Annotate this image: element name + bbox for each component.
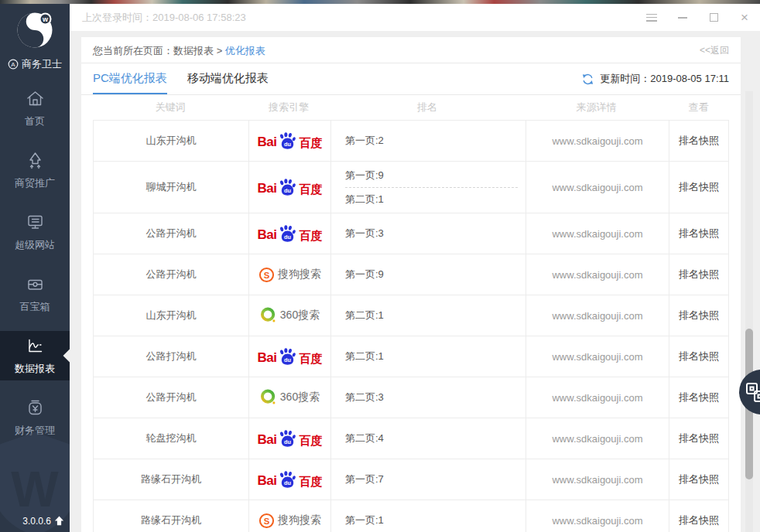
tab-pc-report[interactable]: PC端优化报表 (93, 63, 167, 94)
source-url: www.sdkaigouji.com (525, 336, 669, 377)
rank-snapshot-link[interactable]: 排名快照 (669, 500, 728, 532)
rank-snapshot-link[interactable]: 排名快照 (669, 213, 728, 254)
engine-cell: Bai du 百度 (248, 336, 330, 377)
report-panel: 您当前所在页面：数据报表 > 优化报表 <<返回 PC端优化报表 移动端优化报表 (81, 37, 741, 532)
rank-snapshot-link[interactable]: 排名快照 (669, 162, 728, 213)
promotion-arrow-icon (25, 151, 46, 171)
scrollbar-track[interactable] (745, 91, 753, 532)
rank-snapshot-link[interactable]: 排名快照 (669, 377, 728, 418)
col-header-engine: 搜索引擎 (248, 101, 330, 114)
baidu-paw-icon: du (277, 470, 298, 489)
sidebar-item-finance[interactable]: 财务管理 (0, 393, 70, 442)
rank-value: 第二页:1 (345, 350, 384, 363)
svg-text:A: A (11, 61, 15, 68)
rank-divider (345, 187, 518, 188)
keyword-cell: 山东开沟机 (94, 121, 248, 161)
rank-value: 第二页:1 (345, 309, 384, 322)
rank-value: 第一页:3 (345, 227, 384, 240)
rank-snapshot-link[interactable]: 排名快照 (669, 418, 728, 459)
sogou-logo: S 搜狗搜索 (258, 513, 321, 529)
rank-snapshot-link[interactable]: 排名快照 (669, 121, 728, 161)
source-url: www.sdkaigouji.com (525, 418, 669, 459)
maximize-icon (710, 13, 718, 22)
keyword-cell: 公路开沟机 (94, 213, 248, 254)
qr-code-icon (745, 382, 760, 403)
baidu-logo: Bai du 百度 (258, 347, 323, 367)
rank-snapshot-link[interactable]: 排名快照 (669, 336, 728, 377)
rank-cell: 第二页:4 (330, 418, 525, 459)
rank-value: 第一页:7 (345, 472, 384, 486)
sogou-logo: S 搜狗搜索 (258, 267, 321, 283)
table-row: 公路打沟机 Bai du 百度 第二页:1 www.sdkaigouji.com… (93, 336, 729, 377)
yin-yang-logo-icon: w (15, 10, 55, 50)
sidebar: w A 商务卫士 首页 (0, 4, 70, 532)
rank-value: 第一页:1 (345, 513, 384, 527)
breadcrumb-current[interactable]: 优化报表 (225, 45, 265, 56)
rank-snapshot-link[interactable]: 排名快照 (669, 254, 728, 295)
keyword-cell: 轮盘挖沟机 (94, 418, 248, 459)
360-logo: 360搜索 (260, 307, 320, 324)
tab-mobile-report[interactable]: 移动端优化报表 (187, 63, 269, 94)
rank-value: 第一页:9 (345, 169, 384, 182)
table-row: 聊城开沟机 Bai du 百度 第一页:9第二页:1 www.sdkaigouj… (93, 162, 729, 213)
keyword-cell: 聊城开沟机 (94, 162, 248, 213)
svg-text:du: du (284, 233, 291, 240)
rank-snapshot-link[interactable]: 排名快照 (669, 459, 728, 500)
title-bar: 上次登录时间：2019-08-06 17:58:23 × (70, 4, 760, 31)
version-update-button[interactable]: 3.0.0.6 (22, 515, 65, 527)
breadcrumb-path: 您当前所在页面：数据报表 > 优化报表 (93, 44, 265, 58)
svg-text:du: du (284, 140, 291, 147)
360-logo: 360搜索 (260, 389, 320, 406)
app-logo: w (15, 10, 55, 53)
col-header-view: 查看 (668, 101, 729, 114)
minimize-button[interactable] (667, 4, 698, 31)
col-header-source: 来源详情 (525, 101, 668, 114)
window-menu-button[interactable] (636, 4, 667, 31)
window-controls: × (636, 4, 760, 31)
source-url: www.sdkaigouji.com (525, 500, 669, 532)
table-row: 公路开沟机 S 搜狗搜索 第一页:9 www.sdkaigouji.com 排名… (93, 254, 729, 295)
breadcrumb-prefix: 您当前所在页面： (93, 45, 173, 56)
rank-cell: 第一页:9 (330, 254, 525, 295)
rank-cell: 第二页:1 (330, 295, 525, 336)
brand-name: 商务卫士 (22, 57, 62, 71)
baidu-paw-icon: du (277, 224, 298, 244)
baidu-logo: Bai du 百度 (258, 131, 323, 151)
sidebar-item-toolbox[interactable]: 百宝箱 (0, 269, 70, 319)
close-button[interactable]: × (729, 4, 760, 31)
rank-cell: 第一页:2 (330, 121, 525, 161)
sidebar-menu: 首页 商贸推广 超级网站 (0, 84, 70, 455)
breadcrumb-separator: > (217, 45, 223, 56)
table-row: 路缘石开沟机 Bai du 百度 第一页:7 www.sdkaigouji.co… (93, 459, 729, 500)
rank-cell: 第二页:1 (330, 336, 525, 377)
rank-table: 关键词 搜索引擎 排名 来源详情 查看 山东开沟机 Bai du 百度 (93, 95, 729, 532)
baidu-paw-icon: du (277, 131, 298, 151)
brand-row: A 商务卫士 (8, 57, 62, 71)
keyword-cell: 路缘石开沟机 (94, 500, 248, 532)
sidebar-item-home[interactable]: 首页 (0, 84, 70, 133)
breadcrumb-section: 数据报表 (173, 45, 214, 56)
source-url: www.sdkaigouji.com (525, 213, 669, 254)
table-row: 山东开沟机 360搜索 第二页:1 www.sdkaigouji.com 排名快… (93, 295, 729, 336)
refresh-button[interactable] (581, 73, 594, 86)
360-icon (260, 307, 277, 324)
sidebar-item-website[interactable]: 超级网站 (0, 207, 70, 257)
svg-text:du: du (284, 438, 291, 445)
back-link[interactable]: <<返回 (700, 44, 729, 57)
rank-value: 第二页:3 (345, 390, 384, 404)
rank-cell: 第一页:1 (330, 500, 525, 532)
sidebar-item-promotion[interactable]: 商贸推广 (0, 145, 70, 195)
table-row: 公路开沟机 Bai du 百度 第一页:3 www.sdkaigouji.com… (93, 213, 729, 254)
engine-cell: S 搜狗搜索 (248, 500, 330, 532)
keyword-cell: 山东开沟机 (94, 295, 248, 336)
finance-yuan-icon (25, 398, 46, 418)
rank-snapshot-link[interactable]: 排名快照 (669, 295, 728, 336)
update-arrow-icon (53, 515, 65, 527)
table-row: 轮盘挖沟机 Bai du 百度 第二页:4 www.sdkaigouji.com… (93, 418, 729, 459)
minimize-icon (678, 17, 687, 19)
baidu-logo: Bai du 百度 (258, 429, 323, 448)
maximize-button[interactable] (698, 4, 729, 31)
col-header-keyword: 关键词 (93, 101, 248, 114)
breadcrumb: 您当前所在页面：数据报表 > 优化报表 <<返回 (81, 37, 741, 63)
sidebar-item-report[interactable]: 数据报表 (0, 331, 70, 380)
